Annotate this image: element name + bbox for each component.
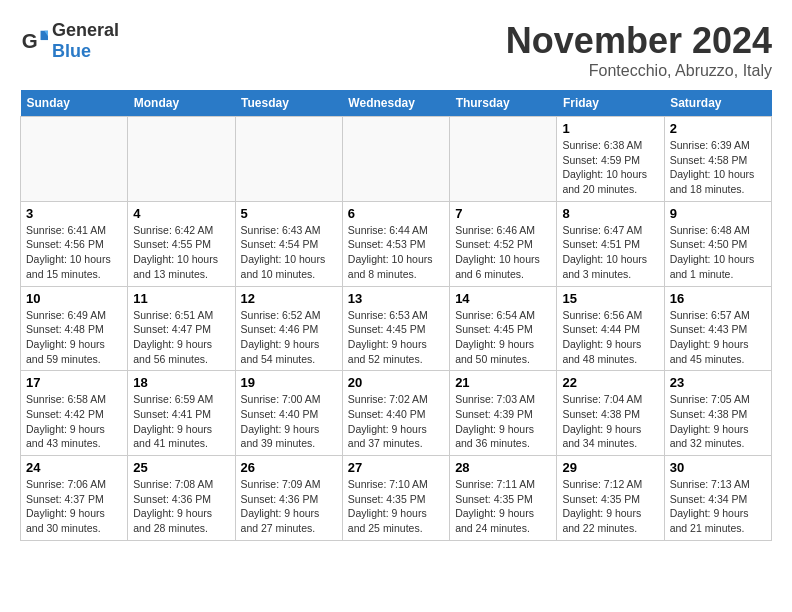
day-number: 6 <box>348 206 444 221</box>
day-number: 8 <box>562 206 658 221</box>
calendar-body: 1Sunrise: 6:38 AM Sunset: 4:59 PM Daylig… <box>21 117 772 541</box>
day-number: 7 <box>455 206 551 221</box>
day-cell <box>128 117 235 202</box>
day-cell: 5Sunrise: 6:43 AM Sunset: 4:54 PM Daylig… <box>235 201 342 286</box>
day-header-sunday: Sunday <box>21 90 128 117</box>
day-info: Sunrise: 6:57 AM Sunset: 4:43 PM Dayligh… <box>670 308 766 367</box>
day-cell: 24Sunrise: 7:06 AM Sunset: 4:37 PM Dayli… <box>21 456 128 541</box>
day-info: Sunrise: 7:00 AM Sunset: 4:40 PM Dayligh… <box>241 392 337 451</box>
day-number: 1 <box>562 121 658 136</box>
day-cell: 7Sunrise: 6:46 AM Sunset: 4:52 PM Daylig… <box>450 201 557 286</box>
day-cell: 27Sunrise: 7:10 AM Sunset: 4:35 PM Dayli… <box>342 456 449 541</box>
week-row-0: 1Sunrise: 6:38 AM Sunset: 4:59 PM Daylig… <box>21 117 772 202</box>
day-number: 5 <box>241 206 337 221</box>
day-info: Sunrise: 6:48 AM Sunset: 4:50 PM Dayligh… <box>670 223 766 282</box>
day-cell <box>21 117 128 202</box>
day-number: 29 <box>562 460 658 475</box>
day-info: Sunrise: 6:43 AM Sunset: 4:54 PM Dayligh… <box>241 223 337 282</box>
day-cell: 16Sunrise: 6:57 AM Sunset: 4:43 PM Dayli… <box>664 286 771 371</box>
day-info: Sunrise: 6:39 AM Sunset: 4:58 PM Dayligh… <box>670 138 766 197</box>
calendar-table: SundayMondayTuesdayWednesdayThursdayFrid… <box>20 90 772 541</box>
day-cell: 18Sunrise: 6:59 AM Sunset: 4:41 PM Dayli… <box>128 371 235 456</box>
day-cell: 1Sunrise: 6:38 AM Sunset: 4:59 PM Daylig… <box>557 117 664 202</box>
day-info: Sunrise: 6:47 AM Sunset: 4:51 PM Dayligh… <box>562 223 658 282</box>
day-info: Sunrise: 6:38 AM Sunset: 4:59 PM Dayligh… <box>562 138 658 197</box>
day-cell: 14Sunrise: 6:54 AM Sunset: 4:45 PM Dayli… <box>450 286 557 371</box>
day-info: Sunrise: 6:41 AM Sunset: 4:56 PM Dayligh… <box>26 223 122 282</box>
day-info: Sunrise: 7:11 AM Sunset: 4:35 PM Dayligh… <box>455 477 551 536</box>
day-number: 21 <box>455 375 551 390</box>
day-info: Sunrise: 7:09 AM Sunset: 4:36 PM Dayligh… <box>241 477 337 536</box>
day-cell: 6Sunrise: 6:44 AM Sunset: 4:53 PM Daylig… <box>342 201 449 286</box>
logo-text: General Blue <box>52 20 119 62</box>
week-row-3: 17Sunrise: 6:58 AM Sunset: 4:42 PM Dayli… <box>21 371 772 456</box>
day-cell: 11Sunrise: 6:51 AM Sunset: 4:47 PM Dayli… <box>128 286 235 371</box>
day-info: Sunrise: 6:46 AM Sunset: 4:52 PM Dayligh… <box>455 223 551 282</box>
day-cell: 19Sunrise: 7:00 AM Sunset: 4:40 PM Dayli… <box>235 371 342 456</box>
day-number: 25 <box>133 460 229 475</box>
logo-icon: G <box>20 27 48 55</box>
day-info: Sunrise: 6:51 AM Sunset: 4:47 PM Dayligh… <box>133 308 229 367</box>
day-cell: 3Sunrise: 6:41 AM Sunset: 4:56 PM Daylig… <box>21 201 128 286</box>
day-number: 23 <box>670 375 766 390</box>
day-header-wednesday: Wednesday <box>342 90 449 117</box>
calendar-title: November 2024 <box>506 20 772 62</box>
day-info: Sunrise: 6:59 AM Sunset: 4:41 PM Dayligh… <box>133 392 229 451</box>
svg-text:G: G <box>22 29 38 52</box>
day-number: 10 <box>26 291 122 306</box>
day-number: 28 <box>455 460 551 475</box>
header-row: SundayMondayTuesdayWednesdayThursdayFrid… <box>21 90 772 117</box>
day-number: 4 <box>133 206 229 221</box>
day-number: 20 <box>348 375 444 390</box>
day-number: 9 <box>670 206 766 221</box>
day-number: 27 <box>348 460 444 475</box>
day-info: Sunrise: 7:10 AM Sunset: 4:35 PM Dayligh… <box>348 477 444 536</box>
day-header-saturday: Saturday <box>664 90 771 117</box>
day-cell: 17Sunrise: 6:58 AM Sunset: 4:42 PM Dayli… <box>21 371 128 456</box>
week-row-4: 24Sunrise: 7:06 AM Sunset: 4:37 PM Dayli… <box>21 456 772 541</box>
week-row-1: 3Sunrise: 6:41 AM Sunset: 4:56 PM Daylig… <box>21 201 772 286</box>
day-info: Sunrise: 6:44 AM Sunset: 4:53 PM Dayligh… <box>348 223 444 282</box>
day-cell: 20Sunrise: 7:02 AM Sunset: 4:40 PM Dayli… <box>342 371 449 456</box>
day-cell: 30Sunrise: 7:13 AM Sunset: 4:34 PM Dayli… <box>664 456 771 541</box>
day-cell: 8Sunrise: 6:47 AM Sunset: 4:51 PM Daylig… <box>557 201 664 286</box>
logo: G General Blue <box>20 20 119 62</box>
calendar-subtitle: Fontecchio, Abruzzo, Italy <box>506 62 772 80</box>
day-cell: 21Sunrise: 7:03 AM Sunset: 4:39 PM Dayli… <box>450 371 557 456</box>
day-cell: 23Sunrise: 7:05 AM Sunset: 4:38 PM Dayli… <box>664 371 771 456</box>
day-number: 14 <box>455 291 551 306</box>
day-number: 16 <box>670 291 766 306</box>
day-number: 13 <box>348 291 444 306</box>
day-number: 3 <box>26 206 122 221</box>
day-info: Sunrise: 7:13 AM Sunset: 4:34 PM Dayligh… <box>670 477 766 536</box>
logo-general: General <box>52 20 119 40</box>
day-cell: 26Sunrise: 7:09 AM Sunset: 4:36 PM Dayli… <box>235 456 342 541</box>
day-cell <box>235 117 342 202</box>
day-cell: 10Sunrise: 6:49 AM Sunset: 4:48 PM Dayli… <box>21 286 128 371</box>
day-number: 2 <box>670 121 766 136</box>
day-number: 26 <box>241 460 337 475</box>
day-cell: 28Sunrise: 7:11 AM Sunset: 4:35 PM Dayli… <box>450 456 557 541</box>
day-header-thursday: Thursday <box>450 90 557 117</box>
day-cell: 9Sunrise: 6:48 AM Sunset: 4:50 PM Daylig… <box>664 201 771 286</box>
day-number: 30 <box>670 460 766 475</box>
day-number: 11 <box>133 291 229 306</box>
day-info: Sunrise: 6:54 AM Sunset: 4:45 PM Dayligh… <box>455 308 551 367</box>
day-info: Sunrise: 7:05 AM Sunset: 4:38 PM Dayligh… <box>670 392 766 451</box>
day-info: Sunrise: 6:58 AM Sunset: 4:42 PM Dayligh… <box>26 392 122 451</box>
day-info: Sunrise: 6:56 AM Sunset: 4:44 PM Dayligh… <box>562 308 658 367</box>
day-cell: 15Sunrise: 6:56 AM Sunset: 4:44 PM Dayli… <box>557 286 664 371</box>
week-row-2: 10Sunrise: 6:49 AM Sunset: 4:48 PM Dayli… <box>21 286 772 371</box>
day-number: 18 <box>133 375 229 390</box>
day-info: Sunrise: 7:12 AM Sunset: 4:35 PM Dayligh… <box>562 477 658 536</box>
day-info: Sunrise: 6:52 AM Sunset: 4:46 PM Dayligh… <box>241 308 337 367</box>
day-cell: 13Sunrise: 6:53 AM Sunset: 4:45 PM Dayli… <box>342 286 449 371</box>
day-info: Sunrise: 7:02 AM Sunset: 4:40 PM Dayligh… <box>348 392 444 451</box>
day-info: Sunrise: 6:49 AM Sunset: 4:48 PM Dayligh… <box>26 308 122 367</box>
day-number: 22 <box>562 375 658 390</box>
day-cell: 12Sunrise: 6:52 AM Sunset: 4:46 PM Dayli… <box>235 286 342 371</box>
day-cell <box>450 117 557 202</box>
day-info: Sunrise: 6:53 AM Sunset: 4:45 PM Dayligh… <box>348 308 444 367</box>
day-cell: 25Sunrise: 7:08 AM Sunset: 4:36 PM Dayli… <box>128 456 235 541</box>
day-header-friday: Friday <box>557 90 664 117</box>
